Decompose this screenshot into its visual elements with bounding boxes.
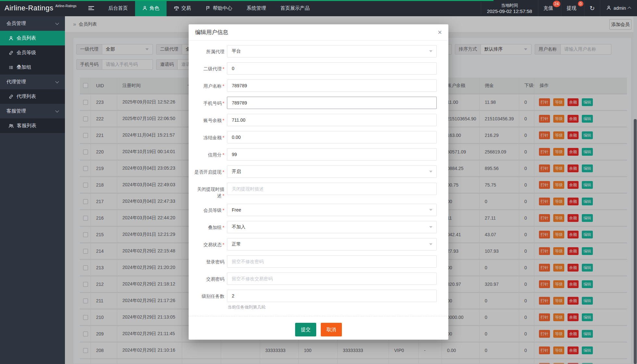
local-time-value: 2025-09-02 12:57:58 [487, 8, 532, 15]
field-select[interactable]: Free [227, 204, 437, 216]
local-time-label: 当地时间 [487, 3, 532, 8]
required-asterisk: * [223, 193, 224, 198]
top-menu-item-1[interactable]: 后台首页 [101, 0, 135, 16]
top-menu-item-2[interactable]: 角色 [135, 0, 167, 16]
sidebar-item-2[interactable]: 会员列表 [0, 31, 65, 45]
modal-field-15: 级别任务数当前任务做到第几轮 [193, 290, 437, 310]
top-navbar: Airline-Ratings Airline-Ratings 后台首页角色交易… [0, 0, 637, 16]
field-select[interactable]: 不加入 [227, 221, 437, 233]
logo-text-small: Airline-Ratings [56, 4, 77, 8]
scale-icon [174, 6, 179, 11]
sidebar-group-7[interactable]: 客服管理 [0, 104, 65, 118]
cancel-button[interactable]: 取消 [321, 323, 342, 336]
required-asterisk: * [223, 118, 224, 123]
list-icon [8, 65, 14, 70]
sidebar-item-6[interactable]: 代理列表 [0, 89, 65, 104]
chevron-down-icon [429, 209, 432, 211]
top-menu-item-3[interactable]: 交易 [167, 0, 198, 16]
modal-field-8: 是否开启提现*开启 [193, 165, 437, 178]
user-icon [606, 5, 611, 11]
modal-field-5: 账号余额* [193, 114, 437, 126]
sidebar-label: 客服管理 [6, 108, 26, 114]
local-time-block: 当地时间 2025-09-02 12:57:58 [481, 2, 538, 15]
required-asterisk: * [223, 169, 224, 175]
top-menu-item-4[interactable]: 帮助中心 [198, 0, 240, 16]
field-input[interactable] [227, 131, 437, 143]
field-input[interactable] [227, 148, 437, 161]
field-input[interactable] [227, 114, 437, 126]
field-label: 关闭提现时描述* [193, 183, 224, 199]
required-asterisk: * [223, 152, 224, 157]
top-menu-item-label: 首页展示产品 [281, 5, 310, 11]
field-select[interactable]: 开启 [227, 165, 437, 178]
refresh-icon: ↻ [590, 5, 595, 12]
hamburger-icon [88, 5, 94, 11]
modal-field-10: 会员等级*Free [193, 204, 437, 216]
sidebar-group-1[interactable]: 会员管理 [0, 16, 65, 31]
field-control [227, 131, 437, 143]
field-input[interactable] [227, 255, 437, 268]
field-label: 级别任务数 [193, 290, 224, 299]
field-select[interactable]: 正常 [227, 238, 437, 250]
top-menu-item-label: 交易 [181, 5, 191, 11]
field-label: 会员等级* [193, 204, 224, 213]
modal-field-7: 信用分* [193, 148, 437, 161]
field-input[interactable] [227, 97, 437, 109]
field-input[interactable] [227, 79, 437, 92]
modal-field-1: 所属代理平台 [193, 45, 437, 57]
field-control: 平台 [227, 45, 437, 57]
sidebar-label: 客服列表 [17, 123, 36, 129]
field-control [227, 273, 437, 285]
field-control [227, 114, 437, 126]
close-icon[interactable]: × [438, 29, 442, 36]
field-control [227, 183, 437, 195]
modal-field-12: 交易状态*正常 [193, 238, 437, 250]
field-input[interactable] [227, 273, 437, 285]
sidebar-item-4[interactable]: 叠加组 [0, 60, 65, 75]
admin-user-menu[interactable]: admin [600, 0, 637, 16]
chevron-down-icon [55, 21, 59, 25]
recharge-button[interactable]: 充值 24 [538, 0, 561, 16]
field-hint: 当前任务做到第几轮 [227, 304, 437, 310]
field-select[interactable]: 平台 [227, 45, 437, 57]
required-asterisk: * [223, 242, 224, 247]
field-label: 账号余额* [193, 114, 224, 124]
top-menu-item-6[interactable]: 首页展示产品 [273, 0, 317, 16]
field-input[interactable] [227, 62, 437, 75]
submit-button[interactable]: 提交 [295, 323, 316, 336]
logo-text: Airline-Ratings [5, 4, 54, 12]
field-input[interactable] [227, 290, 437, 302]
sidebar-collapse-button[interactable] [81, 0, 101, 16]
sidebar-item-8[interactable]: 客服列表 [0, 118, 65, 133]
recharge-label: 充值 [543, 5, 553, 11]
refresh-button[interactable]: ↻ [584, 0, 600, 16]
top-menu-item-5[interactable]: 系统管理 [240, 0, 273, 16]
field-control [227, 97, 437, 109]
users-icon [8, 123, 14, 128]
chevron-down-icon [429, 226, 432, 228]
link-icon [8, 50, 14, 55]
required-asterisk: * [223, 83, 224, 89]
sidebar-item-3[interactable]: 会员等级 [0, 45, 65, 60]
field-label: 所属代理 [193, 45, 224, 55]
top-menu-item-label: 帮助中心 [213, 5, 232, 11]
chevron-down-icon [429, 243, 432, 245]
user-icon [142, 6, 147, 11]
sidebar-group-5[interactable]: 代理管理 [0, 75, 65, 89]
top-menu-item-label: 系统管理 [247, 5, 266, 11]
field-label: 冻结金额* [193, 131, 224, 141]
modal-field-13: 登录密码 [193, 255, 437, 268]
withdraw-button[interactable]: 提现 0 [561, 0, 584, 16]
field-input[interactable] [227, 183, 437, 195]
chevron-up-icon [628, 7, 631, 10]
field-label: 用户名称* [193, 79, 224, 89]
field-label: 交易状态* [193, 238, 224, 248]
field-control [227, 79, 437, 92]
modal-title: 编辑用户信息 [195, 29, 228, 36]
field-control: 开启 [227, 165, 437, 178]
loading-progress-bar [0, 0, 493, 1]
field-label: 二级代理* [193, 62, 224, 72]
top-menu-item-label: 角色 [150, 5, 159, 11]
modal-field-9: 关闭提现时描述* [193, 183, 437, 199]
field-control [227, 148, 437, 161]
